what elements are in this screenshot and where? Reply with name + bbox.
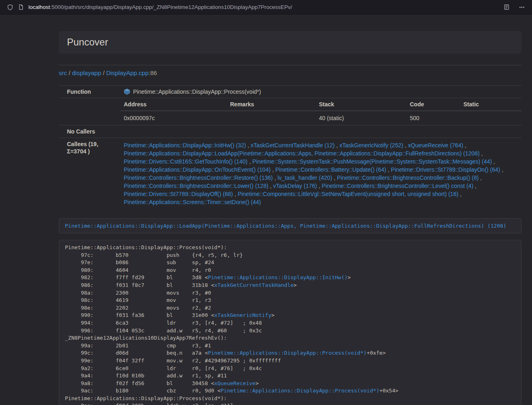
shield-icon[interactable] [5, 2, 15, 13]
callee-link[interactable]: Pinetime::Drivers::St7789::DisplayOn() (… [391, 166, 500, 173]
stats-value-remarks [227, 111, 316, 125]
callee-link[interactable]: Pinetime::Components::LittleVgl::SetNewT… [238, 191, 459, 197]
callee-link[interactable]: Pinetime::Controllers::BrightnessControl… [322, 183, 473, 189]
stats-col-static: Static [460, 98, 521, 111]
callee-separator: , [386, 166, 391, 173]
breadcrumb-link[interactable]: src [59, 69, 67, 76]
stats-table: AddressRemarksStackCodeStatic 0x0000097c… [121, 98, 521, 125]
callee-link[interactable]: xTaskGetCurrentTaskHandle (12) [251, 142, 335, 149]
browser-toolbar: localhost:5000/path/src/displayapp/Displ… [0, 0, 532, 15]
asm-symbol-link[interactable]: xQueueReceive [214, 380, 256, 386]
callees-list: Pinetime::Applications::DisplayApp::Init… [121, 138, 521, 210]
page-title: Puncover [67, 37, 108, 47]
callees-label: Callees (19, Σ=3704 ) [59, 138, 121, 210]
asm-symbol-link[interactable]: xTaskGenericNotify [214, 312, 271, 318]
callee-separator: , [273, 174, 278, 181]
callee-separator: , [271, 166, 276, 173]
page-info-icon[interactable] [15, 2, 26, 13]
stats-value-row: 0x0000097c40 (static)500 [121, 111, 521, 125]
callee-link[interactable]: Pinetime::Controllers::Battery::Update()… [276, 166, 386, 173]
stats-value-static [460, 111, 521, 125]
no-callers-row: No Callers [59, 125, 521, 138]
breadcrumb-link[interactable]: displayapp [72, 69, 101, 76]
url-path: :5000/path/src/displayapp/DisplayApp.cpp… [50, 4, 292, 10]
header-divider [59, 65, 521, 65]
breadcrumb-line-number: :86 [149, 69, 157, 76]
main-content: Puncover src / displayapp / DisplayApp.c… [59, 15, 521, 405]
callee-separator: , [492, 158, 495, 165]
asm-symbol-link[interactable]: Pinetime::Applications::DisplayApp::Proc… [221, 388, 379, 394]
asm-symbol-link[interactable]: Pinetime::Applications::DisplayApp::Init… [208, 274, 347, 280]
stats-col-code: Code [407, 98, 460, 111]
callee-separator: , [248, 158, 252, 165]
page-header: Puncover [59, 31, 521, 54]
asm-symbol-link[interactable]: xTaskGetCurrentTaskHandle [214, 282, 294, 288]
callee-link[interactable]: lv_task_handler (420) [278, 174, 332, 181]
stats-col-remarks: Remarks [227, 98, 316, 111]
stats-value-address: 0x0000097c [121, 111, 227, 125]
callee-separator: , [479, 174, 482, 181]
overflow-menu-icon[interactable] [517, 2, 527, 13]
stats-value-stack: 40 (static) [316, 111, 407, 125]
function-row: Function Pinetime::Applications::Display… [59, 86, 521, 98]
callee-link[interactable]: Pinetime::Applications::DisplayApp::Init… [124, 142, 246, 149]
callees-row: Callees (19, Σ=3704 ) Pinetime::Applicat… [59, 138, 521, 210]
stats-col-address: Address [121, 98, 227, 111]
function-icon [124, 88, 130, 95]
callee-link[interactable]: xQueueReceive (764) [408, 142, 463, 149]
function-name: Pinetime::Applications::DisplayApp::Proc… [133, 88, 261, 95]
callee-separator: , [335, 142, 340, 149]
callee-link[interactable]: xTaskGenericNotify (252) [339, 142, 403, 149]
callee-link[interactable]: Pinetime::Applications::DisplayApp::OnTo… [124, 166, 271, 173]
stats-value-code: 500 [407, 111, 460, 125]
breadcrumb-separator: / [67, 69, 72, 76]
callee-link[interactable]: Pinetime::Applications::Screens::Timer::… [124, 199, 261, 205]
callee-separator: , [332, 174, 337, 181]
callee-separator: , [459, 191, 462, 197]
callee-link[interactable]: Pinetime::System::SystemTask::PushMessag… [252, 158, 492, 165]
highlighted-symbol-link[interactable]: Pinetime::Applications::DisplayApp::Load… [65, 223, 506, 229]
callee-separator: , [403, 142, 408, 149]
breadcrumb-separator: / [101, 69, 106, 76]
callee-link[interactable]: Pinetime::Controllers::BrightnessControl… [337, 174, 478, 181]
callee-link[interactable]: Pinetime::Drivers::St7789::DisplayOff() … [124, 191, 233, 197]
callee-separator: , [233, 191, 238, 197]
callee-separator: , [500, 166, 504, 173]
function-cell: Pinetime::Applications::DisplayApp::Proc… [124, 88, 518, 95]
highlighted-symbol-panel: Pinetime::Applications::DisplayApp::Load… [59, 218, 521, 233]
callee-separator: , [480, 150, 483, 157]
url-bar[interactable]: localhost:5000/path/src/displayapp/Displ… [28, 4, 496, 10]
callee-separator: , [246, 142, 251, 149]
disassembly-block: Pinetime::Applications::DisplayApp::Proc… [59, 240, 521, 405]
callee-link[interactable]: Pinetime::Applications::DisplayApp::Load… [124, 150, 480, 157]
breadcrumb: src / displayapp / DisplayApp.cpp:86 [59, 69, 521, 77]
callee-link[interactable]: Pinetime::Controllers::BrightnessControl… [124, 174, 273, 181]
stats-header-row: AddressRemarksStackCodeStatic [121, 98, 521, 111]
callee-separator: , [463, 142, 466, 149]
no-callers-label: No Callers [59, 125, 121, 138]
url-host: localhost [28, 4, 50, 10]
symbol-table: Function Pinetime::Applications::Display… [59, 85, 521, 209]
asm-symbol-link[interactable]: Pinetime::Applications::DisplayApp::Proc… [208, 350, 366, 356]
reader-view-icon[interactable] [501, 2, 512, 13]
function-label: Function [59, 86, 121, 98]
callee-link[interactable]: vTaskDelay (176) [273, 183, 317, 189]
stats-col-stack: Stack [316, 98, 407, 111]
callee-separator: , [317, 183, 322, 189]
callee-separator: , [268, 183, 273, 189]
callee-separator: , [473, 183, 476, 189]
callee-link[interactable]: Pinetime::Drivers::Cst816S::GetTouchInfo… [124, 158, 248, 165]
breadcrumb-link[interactable]: DisplayApp.cpp [106, 69, 149, 76]
stats-row-container: AddressRemarksStackCodeStatic 0x0000097c… [59, 98, 521, 125]
toolbar-right-icons [501, 2, 527, 13]
callee-link[interactable]: Pinetime::Controllers::BrightnessControl… [124, 183, 268, 189]
